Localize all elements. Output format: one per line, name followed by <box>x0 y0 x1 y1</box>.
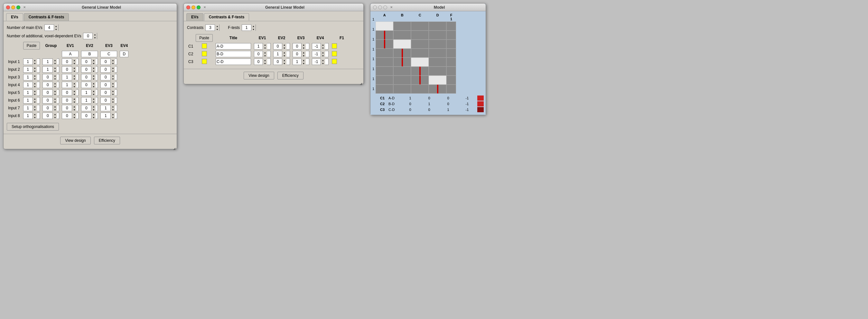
up-ev4-1[interactable]: ▲ <box>111 59 115 62</box>
ftests-spinner[interactable]: ▲ ▼ <box>242 25 256 31</box>
input-ev2-3[interactable] <box>62 74 72 80</box>
input-group-8[interactable] <box>24 113 32 119</box>
input-ev2-5[interactable] <box>62 90 72 96</box>
minimize-button-2[interactable] <box>191 5 195 9</box>
up-group-5[interactable]: ▲ <box>32 89 37 93</box>
cell-ev4-6[interactable]: ▲ ▼ <box>100 97 117 103</box>
up-ev4-2[interactable]: ▲ <box>111 66 115 69</box>
down-ev2-7[interactable]: ▼ <box>72 108 76 111</box>
cell-ev4-7[interactable]: ▲ ▼ <box>100 105 117 111</box>
input-ev1-8[interactable] <box>43 113 53 119</box>
up-ev3-7[interactable]: ▲ <box>91 105 96 108</box>
down-group-5[interactable]: ▼ <box>32 93 37 96</box>
up-ev1-6[interactable]: ▲ <box>53 97 57 100</box>
up-ev1-7[interactable]: ▲ <box>53 105 57 108</box>
cell-ev2-6[interactable]: ▲ ▼ <box>62 97 79 103</box>
up-contrast-ev2-C2[interactable]: ▲ <box>282 51 286 54</box>
contrast-ev4-C2[interactable]: ▲ ▼ <box>312 51 329 57</box>
cell-group-2[interactable]: ▲ ▼ <box>23 66 40 73</box>
up-ev3-4[interactable]: ▲ <box>91 82 96 85</box>
ftests-down[interactable]: ▼ <box>251 28 255 31</box>
down-ev3-2[interactable]: ▼ <box>91 69 96 73</box>
up-group-3[interactable]: ▲ <box>32 74 37 77</box>
contrast-title-C1[interactable] <box>216 43 251 50</box>
up-contrast-ev2-C3[interactable]: ▲ <box>282 59 286 62</box>
contrasts-spinner[interactable]: ▲ ▼ <box>205 25 219 31</box>
down-ev3-5[interactable]: ▼ <box>91 93 96 96</box>
input-ev3-6[interactable] <box>82 97 91 103</box>
minimize-button-model[interactable] <box>378 5 382 9</box>
input-ev1-2[interactable] <box>43 67 53 72</box>
cell-ev4-1[interactable]: ▲ ▼ <box>100 59 117 65</box>
additional-evs-up[interactable]: ▲ <box>92 33 97 36</box>
contrast-ev1-C3[interactable]: ▲ ▼ <box>254 59 271 65</box>
down-ev3-6[interactable]: ▼ <box>91 100 96 103</box>
down-group-1[interactable]: ▼ <box>32 62 37 65</box>
down-ev1-6[interactable]: ▼ <box>53 100 57 103</box>
input-ev2-6[interactable] <box>62 97 72 103</box>
up-ev4-5[interactable]: ▲ <box>111 89 115 93</box>
down-contrast-ev2-C1[interactable]: ▼ <box>282 46 286 50</box>
cell-ev1-6[interactable]: ▲ ▼ <box>42 97 59 103</box>
up-ev2-6[interactable]: ▲ <box>72 97 76 100</box>
up-group-6[interactable]: ▲ <box>32 97 37 100</box>
cell-ev3-2[interactable]: ▲ ▼ <box>81 66 98 73</box>
down-ev1-8[interactable]: ▼ <box>53 116 57 119</box>
close-button-model[interactable] <box>373 5 377 9</box>
cell-ev2-1[interactable]: ▲ ▼ <box>62 59 79 65</box>
cell-ev1-7[interactable]: ▲ ▼ <box>42 105 59 111</box>
up-group-4[interactable]: ▲ <box>32 82 37 85</box>
up-contrast-ev4-C1[interactable]: ▲ <box>320 43 325 46</box>
f-yellow-C1[interactable] <box>332 43 337 49</box>
cell-ev4-3[interactable]: ▲ ▼ <box>100 74 117 81</box>
cell-ev3-7[interactable]: ▲ ▼ <box>81 105 98 111</box>
up-ev2-1[interactable]: ▲ <box>72 59 76 62</box>
up-ev2-2[interactable]: ▲ <box>72 66 76 69</box>
input-ev4-5[interactable] <box>101 90 111 96</box>
up-ev4-4[interactable]: ▲ <box>111 82 115 85</box>
input-ev1-7[interactable] <box>43 105 53 111</box>
input-contrast-ev2-C3[interactable] <box>274 59 282 65</box>
down-ev3-1[interactable]: ▼ <box>91 62 96 65</box>
contrast-title-C3[interactable] <box>216 59 251 65</box>
up-contrast-ev2-C1[interactable]: ▲ <box>282 43 286 46</box>
down-contrast-ev1-C2[interactable]: ▼ <box>262 54 267 57</box>
up-ev3-3[interactable]: ▲ <box>91 74 96 77</box>
up-contrast-ev4-C2[interactable]: ▲ <box>320 51 325 54</box>
down-group-3[interactable]: ▼ <box>32 77 37 81</box>
up-ev1-1[interactable]: ▲ <box>53 59 57 62</box>
additional-evs-down[interactable]: ▼ <box>92 36 97 39</box>
cell-ev3-1[interactable]: ▲ ▼ <box>81 59 98 65</box>
input-contrast-ev2-C2[interactable] <box>274 51 282 57</box>
down-group-2[interactable]: ▼ <box>32 69 37 73</box>
maximize-button-1[interactable] <box>17 5 20 9</box>
input-ev2-1[interactable] <box>62 59 72 65</box>
down-contrast-ev4-C3[interactable]: ▼ <box>320 62 325 65</box>
input-ev3-3[interactable] <box>82 74 91 80</box>
input-group-5[interactable] <box>24 90 32 96</box>
input-ev3-7[interactable] <box>82 105 91 111</box>
setup-orth-button[interactable]: Setup orthogonalisations <box>7 123 59 131</box>
cell-ev3-5[interactable]: ▲ ▼ <box>81 89 98 96</box>
input-group-4[interactable] <box>24 82 32 88</box>
cell-ev4-5[interactable]: ▲ ▼ <box>100 89 117 96</box>
input-ev1-4[interactable] <box>43 82 53 88</box>
contrasts-down[interactable]: ▼ <box>215 28 219 31</box>
cell-ev2-8[interactable]: ▲ ▼ <box>62 113 79 119</box>
contrasts-input[interactable] <box>206 25 215 31</box>
cell-group-6[interactable]: ▲ ▼ <box>23 97 40 103</box>
additional-evs-input[interactable] <box>83 33 92 39</box>
up-ev1-5[interactable]: ▲ <box>53 89 57 93</box>
input-ev3-5[interactable] <box>82 90 91 96</box>
cell-ev4-2[interactable]: ▲ ▼ <box>100 66 117 73</box>
cell-ev2-5[interactable]: ▲ ▼ <box>62 89 79 96</box>
down-group-8[interactable]: ▼ <box>32 116 37 119</box>
input-contrast-ev4-C2[interactable] <box>312 51 320 57</box>
down-ev2-5[interactable]: ▼ <box>72 93 76 96</box>
down-ev1-5[interactable]: ▼ <box>53 93 57 96</box>
cell-group-4[interactable]: ▲ ▼ <box>23 82 40 88</box>
cell-ev3-3[interactable]: ▲ ▼ <box>81 74 98 81</box>
up-contrast-ev3-C3[interactable]: ▲ <box>301 59 306 62</box>
down-ev1-3[interactable]: ▼ <box>53 77 57 81</box>
up-group-7[interactable]: ▲ <box>32 105 37 108</box>
